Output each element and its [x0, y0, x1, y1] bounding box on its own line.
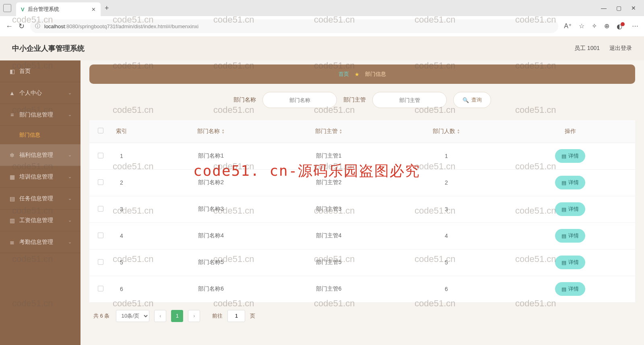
- cell-count: 4: [388, 222, 505, 249]
- sidebar-item[interactable]: ▥工资信息管理⌄: [0, 210, 80, 231]
- site-info-icon[interactable]: ⓘ: [35, 23, 40, 30]
- tab-overview-icon[interactable]: [3, 4, 11, 12]
- jump-suffix: 页: [250, 312, 255, 320]
- detail-label: 详情: [568, 152, 579, 160]
- collections-icon[interactable]: ⊕: [604, 22, 609, 30]
- main-content: 首页 ★ 部门信息 部门名称 部门主管 🔍 查询 索引 部门名称▲▼: [80, 60, 644, 345]
- menu-icon: ◧: [9, 68, 15, 75]
- cell-manager: 部门主管1: [270, 143, 387, 169]
- column-index[interactable]: 索引: [112, 120, 152, 143]
- close-tab-icon[interactable]: ✕: [91, 6, 96, 12]
- tab-bar: V 后台管理系统 ✕ + — ▢ ✕: [0, 0, 644, 16]
- browser-chrome: V 后台管理系统 ✕ + — ▢ ✕ ← ↻ ⓘ localhost:8080/…: [0, 0, 644, 36]
- sidebar-item[interactable]: ▲个人中心⌄: [0, 82, 80, 104]
- logout-link[interactable]: 退出登录: [609, 45, 632, 52]
- read-aloud-icon[interactable]: A⁺: [564, 22, 572, 30]
- sidebar-item[interactable]: ≣考勤信息管理⌄: [0, 231, 80, 253]
- detail-label: 详情: [568, 206, 579, 213]
- chevron-down-icon: ⌄: [68, 239, 72, 245]
- search-input-name[interactable]: [262, 92, 337, 108]
- detail-button[interactable]: ▤详情: [555, 256, 585, 269]
- sort-icon[interactable]: ▲▼: [221, 129, 225, 134]
- page-size-select[interactable]: 10条/页: [116, 310, 149, 322]
- user-label[interactable]: 员工 1001: [574, 45, 600, 52]
- search-input-manager[interactable]: [372, 92, 447, 108]
- cell-manager: 部门主管5: [270, 249, 387, 276]
- detail-button[interactable]: ▤详情: [555, 176, 585, 189]
- sidebar-item[interactable]: ▦培训信息管理⌄: [0, 166, 80, 188]
- sidebar-item-label: 首页: [19, 68, 31, 75]
- pagination: 共 6 条 10条/页 ‹ 1 › 前往 页: [89, 303, 635, 326]
- sidebar-item[interactable]: ✲福利信息管理⌄: [0, 144, 80, 166]
- favicon-icon: V: [21, 6, 25, 12]
- cell-count: 1: [388, 143, 505, 169]
- row-checkbox[interactable]: [98, 259, 103, 265]
- cell-name: 部门名称4: [152, 222, 270, 249]
- app-header: 中小企业人事管理系统 员工 1001 退出登录: [0, 36, 644, 60]
- doc-icon: ▤: [561, 233, 566, 239]
- cell-index: 5: [112, 249, 152, 276]
- row-checkbox[interactable]: [98, 153, 103, 158]
- browser-tab[interactable]: V 后台管理系统 ✕: [16, 2, 101, 16]
- favorites-icon[interactable]: ✧: [592, 22, 597, 30]
- next-page-button[interactable]: ›: [188, 310, 200, 322]
- sidebar-item[interactable]: ◧首页: [0, 60, 80, 82]
- menu-icon: ≣: [9, 239, 15, 245]
- cell-index: 6: [112, 276, 152, 302]
- doc-icon: ▤: [561, 206, 566, 212]
- new-tab-button[interactable]: +: [105, 4, 109, 12]
- search-bar: 部门名称 部门主管 🔍 查询: [89, 92, 635, 108]
- refresh-icon[interactable]: ↻: [19, 22, 25, 31]
- sort-icon[interactable]: ▲▼: [457, 129, 460, 134]
- detail-button[interactable]: ▤详情: [555, 149, 585, 163]
- close-window-icon[interactable]: ✕: [631, 5, 636, 11]
- detail-button[interactable]: ▤详情: [555, 229, 585, 243]
- cell-count: 6: [388, 276, 505, 302]
- chevron-down-icon: ⌄: [68, 174, 72, 179]
- prev-page-button[interactable]: ‹: [154, 310, 166, 322]
- table-row: 6 部门名称6 部门主管6 6 ▤详情: [89, 276, 635, 302]
- back-icon[interactable]: ←: [6, 22, 13, 31]
- minimize-icon[interactable]: —: [601, 5, 607, 11]
- select-all-checkbox[interactable]: [98, 128, 103, 133]
- cell-name: 部门名称2: [152, 169, 270, 196]
- more-icon[interactable]: ⋯: [632, 22, 638, 30]
- row-checkbox[interactable]: [98, 286, 103, 291]
- address-input[interactable]: ⓘ localhost:8080/springbootq731f/admin/d…: [30, 19, 558, 33]
- chevron-down-icon: ⌄: [68, 112, 72, 117]
- cell-manager: 部门主管3: [270, 196, 387, 222]
- column-manager[interactable]: 部门主管▲▼: [270, 120, 387, 143]
- address-bar: ← ↻ ⓘ localhost:8080/springbootq731f/adm…: [0, 16, 644, 36]
- profile-icon[interactable]: ◐: [617, 22, 625, 30]
- sidebar-item[interactable]: ≡部门信息管理⌄: [0, 104, 80, 126]
- table-row: 3 部门名称3 部门主管3 3 ▤详情: [89, 196, 635, 222]
- row-checkbox[interactable]: [98, 206, 103, 212]
- jump-input[interactable]: [227, 310, 245, 322]
- detail-button[interactable]: ▤详情: [555, 202, 585, 216]
- menu-icon: ▤: [9, 195, 15, 202]
- sort-icon[interactable]: ▲▼: [339, 129, 343, 134]
- cell-count: 3: [388, 196, 505, 222]
- maximize-icon[interactable]: ▢: [616, 5, 621, 11]
- sidebar-subitem[interactable]: 部门信息: [0, 126, 80, 144]
- row-checkbox[interactable]: [98, 179, 103, 185]
- sidebar-item[interactable]: ▤任务信息管理⌄: [0, 188, 80, 210]
- window-controls: — ▢ ✕: [601, 5, 641, 11]
- cell-manager: 部门主管6: [270, 276, 387, 302]
- menu-icon: ▲: [9, 90, 15, 96]
- column-name[interactable]: 部门名称▲▼: [152, 120, 270, 143]
- column-action: 操作: [505, 120, 635, 143]
- star-icon[interactable]: ☆: [579, 22, 584, 30]
- sidebar-item-label: 工资信息管理: [19, 217, 53, 224]
- sidebar: ◧首页▲个人中心⌄≡部门信息管理⌄部门信息✲福利信息管理⌄▦培训信息管理⌄▤任务…: [0, 60, 80, 345]
- menu-icon: ✲: [9, 152, 15, 158]
- search-button[interactable]: 🔍 查询: [453, 92, 491, 108]
- search-button-label: 查询: [471, 96, 482, 104]
- menu-icon: ≡: [9, 112, 15, 118]
- page-number-button[interactable]: 1: [171, 310, 183, 322]
- table-row: 1 部门名称1 部门主管1 1 ▤详情: [89, 143, 635, 169]
- detail-button[interactable]: ▤详情: [555, 282, 585, 296]
- column-count[interactable]: 部门人数▲▼: [388, 120, 505, 143]
- row-checkbox[interactable]: [98, 233, 103, 238]
- breadcrumb-home[interactable]: 首页: [339, 71, 349, 78]
